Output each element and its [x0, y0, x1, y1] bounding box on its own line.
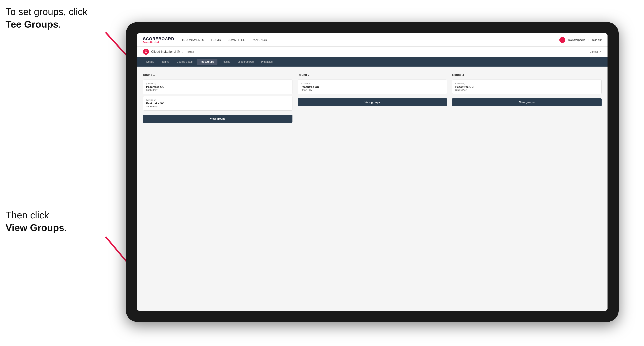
tab-tee-groups[interactable]: Tee Groups	[197, 59, 218, 65]
round-3-title: Round 3	[452, 73, 602, 77]
round-1-course-b-name: East Lake GC	[146, 102, 289, 105]
round-3-course-a-format: Stroke Play	[455, 89, 598, 91]
nav-committee[interactable]: COMMITTEE	[228, 38, 245, 41]
instruction-top: To set groups, click Tee Groups.	[6, 5, 88, 30]
tablet-device: SCOREBOARD Powered by clippit TOURNAMENT…	[126, 22, 619, 322]
round-1-column: Round 1 (Course A) Peachtree GC Stroke P…	[143, 73, 292, 123]
logo-sub: Powered by clippit	[143, 41, 174, 43]
top-nav: SCOREBOARD Powered by clippit TOURNAMENT…	[137, 33, 608, 47]
round-1-title: Round 1	[143, 73, 292, 77]
round-1-course-a-card: (Course A) Peachtree GC Stroke Play	[143, 80, 292, 94]
tab-results[interactable]: Results	[218, 59, 234, 65]
round-1-course-b-label: (Course B)	[146, 99, 289, 101]
user-avatar	[559, 37, 565, 43]
round-3-course-a-card: (Course A) Peachtree GC Stroke Play	[452, 80, 602, 94]
tournament-bar: C Clippd Invitational (M... Hosting Canc…	[137, 47, 608, 57]
round-2-course-a-name: Peachtree GC	[301, 85, 444, 88]
instruction-bottom-line2: View Groups	[6, 222, 64, 233]
round-1-course-a-name: Peachtree GC	[146, 85, 289, 88]
instruction-bottom: Then click View Groups.	[6, 209, 67, 234]
round-3-column: Round 3 (Course A) Peachtree GC Stroke P…	[452, 73, 602, 123]
round-2-course-a-card: (Course A) Peachtree GC Stroke Play	[298, 80, 447, 94]
instruction-top-line1: To set groups, click	[6, 6, 88, 17]
nav-right: blair@clippd.io | Sign out	[559, 37, 602, 43]
nav-tournaments[interactable]: TOURNAMENTS	[182, 38, 204, 41]
tab-printables[interactable]: Printables	[258, 59, 276, 65]
tablet-screen: SCOREBOARD Powered by clippit TOURNAMENT…	[137, 33, 608, 311]
tournament-logo: C	[143, 49, 149, 55]
instruction-bottom-punct: .	[64, 222, 67, 233]
round-2-column: Round 2 (Course A) Peachtree GC Stroke P…	[298, 73, 447, 123]
round-1-course-a-label: (Course A)	[146, 82, 289, 85]
tab-leaderboards[interactable]: Leaderboards	[234, 59, 257, 65]
instruction-bottom-line1: Then click	[6, 210, 49, 220]
round-2-view-groups-button[interactable]: View groups	[298, 98, 447, 106]
main-content: Round 1 (Course A) Peachtree GC Stroke P…	[137, 67, 608, 311]
nav-rankings[interactable]: RANKINGS	[252, 38, 267, 41]
rounds-container: Round 1 (Course A) Peachtree GC Stroke P…	[143, 73, 602, 123]
nav-teams[interactable]: TEAMS	[211, 38, 221, 41]
round-2-course-a-label: (Course A)	[301, 82, 444, 85]
round-1-course-b-card: (Course B) East Lake GC Stroke Play	[143, 96, 292, 111]
round-2-title: Round 2	[298, 73, 447, 77]
tournament-name: Clippd Invitational (M... Hosting	[151, 50, 590, 54]
round-1-course-a-format: Stroke Play	[146, 89, 289, 91]
instruction-top-punct: .	[58, 19, 61, 30]
round-3-course-a-label: (Course A)	[455, 82, 598, 85]
sign-out-link[interactable]: Sign out	[592, 38, 602, 41]
logo-text: SCOREBOARD	[143, 36, 174, 41]
nav-links: TOURNAMENTS TEAMS COMMITTEE RANKINGS	[182, 38, 560, 41]
tab-bar: Details Teams Course Setup Tee Groups Re…	[137, 57, 608, 67]
user-email: blair@clippd.io	[568, 38, 585, 41]
close-icon[interactable]: ✕	[599, 50, 602, 53]
round-3-view-groups-button[interactable]: View groups	[452, 98, 602, 106]
round-1-course-b-format: Stroke Play	[146, 105, 289, 108]
instruction-top-line2: Tee Groups	[6, 19, 58, 30]
round-2-course-a-format: Stroke Play	[301, 89, 444, 91]
logo-area: SCOREBOARD Powered by clippit	[143, 36, 174, 43]
round-3-course-a-name: Peachtree GC	[455, 85, 598, 88]
tab-teams[interactable]: Teams	[158, 59, 172, 65]
tab-course-setup[interactable]: Course Setup	[173, 59, 196, 65]
round-1-view-groups-button[interactable]: View groups	[143, 115, 292, 123]
tab-details[interactable]: Details	[143, 59, 158, 65]
cancel-button[interactable]: Cancel	[590, 50, 598, 53]
